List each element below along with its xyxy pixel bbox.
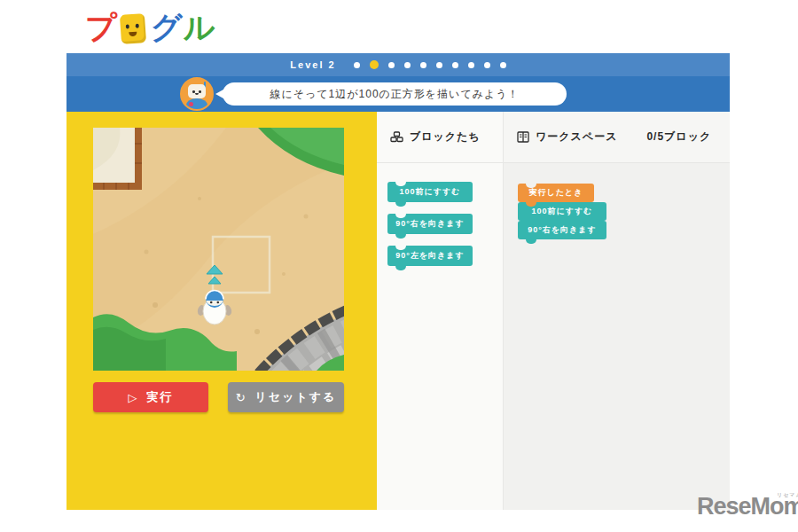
logo-block-face-icon [120,13,146,44]
reset-button[interactable]: ↻ リセットする [228,382,344,412]
workspace-header: ワークスペース 0/5ブロック [504,112,730,163]
workspace-panel: ワークスペース 0/5ブロック 実行したとき100前にすすむ90°右を向きます [503,112,730,510]
logo-char-gu: グ [151,12,184,43]
logo-char-ru: ル [184,12,216,43]
level-dot-5 [420,62,426,68]
block-count: 0/5ブロック [646,129,711,145]
instruction-bubble: 線にそって1辺が100の正方形を描いてみよう！ [223,82,567,106]
level-label: Level 2 [290,59,335,70]
level-dot-8 [468,62,474,68]
workspace-title: ワークスペース [536,129,617,145]
resemom-watermark: リセマム ReseMom [697,493,798,520]
level-dot-7 [452,62,458,68]
instruction-text: 線にそって1辺が100の正方形を描いてみよう！ [270,87,519,102]
level-bar: Level 2 [66,53,730,76]
game-scene [93,128,344,371]
level-progress-dots [354,60,506,69]
run-button-label: 実行 [147,389,174,405]
blocks-icon [390,131,403,143]
level-dot-9 [484,62,490,68]
level-dot-2 [370,60,379,69]
game-buttons: ▷ 実行 ↻ リセットする [93,382,344,412]
workspace-block-stack: 実行したとき100前にすすむ90°右を向きます [504,163,730,239]
workspace-icon [517,131,529,143]
palette-block-list: 100前にすすむ90°右を向きます90°左を向きます [377,163,503,278]
building-corner [93,128,142,190]
workspace-block-1[interactable]: 実行したとき [518,184,594,202]
watermark-ruby: リセマム [777,491,798,499]
app-window: Level 2 線にそって1辺が100の正方形を描いてみよう！ [66,53,730,510]
level-dot-6 [436,62,442,68]
reset-icon: ↻ [236,391,247,404]
block-palette-panel: ブロックたち 100前にすすむ90°右を向きます90°左を向きます [377,112,503,510]
palette-block-3[interactable]: 90°左を向きます [387,246,473,266]
level-dot-1 [354,62,360,68]
palette-block-1[interactable]: 100前にすすむ [387,182,473,202]
palette-title: ブロックたち [410,129,481,145]
palette-header: ブロックたち [377,112,503,163]
logo-char-pu: プ [85,12,118,43]
level-dot-10 [500,62,506,68]
mascot-avatar [180,77,214,111]
run-button[interactable]: ▷ 実行 [93,382,208,412]
app-logo: プ グ ル [85,7,215,46]
reset-button-label: リセットする [255,389,337,405]
level-dot-4 [404,62,411,68]
game-panel: ▷ 実行 ↻ リセットする [66,112,377,510]
palette-block-2[interactable]: 90°右を向きます [387,214,473,234]
level-dot-3 [388,62,395,68]
play-icon: ▷ [129,391,139,404]
message-bar: 線にそって1辺が100の正方形を描いてみよう！ [66,76,730,112]
